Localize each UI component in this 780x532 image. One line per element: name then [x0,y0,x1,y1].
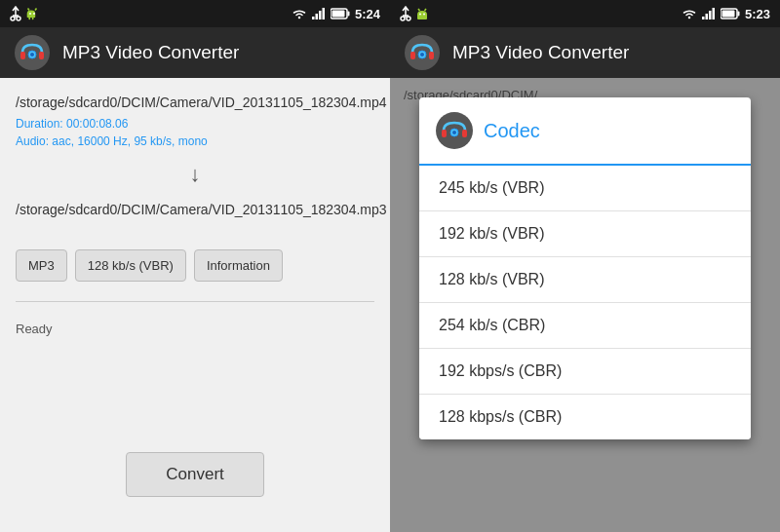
input-audio: Audio: aac, 16000 Hz, 95 kb/s, mono [16,134,387,148]
svg-rect-32 [410,52,415,59]
output-file-path: /storage/sdcard0/DCIM/Camera/VID_2013110… [16,201,387,220]
codec-list: 245 kb/s (VBR) 192 kb/s (VBR) 128 kb/s (… [419,166,751,439]
status-text: Ready [16,322,374,336]
svg-rect-24 [702,17,705,19]
left-status-icons [10,6,39,21]
convert-button[interactable]: Convert [126,452,264,497]
codec-item-4[interactable]: 192 kbps/s (CBR) [419,349,751,395]
svg-rect-14 [20,52,25,59]
codec-item-5[interactable]: 128 kbps/s (CBR) [419,395,751,439]
svg-point-40 [452,131,456,134]
svg-rect-37 [442,130,447,137]
left-status-right: 5:24 [292,7,380,21]
svg-point-17 [30,53,34,57]
information-button[interactable]: Information [194,249,283,282]
right-wifi-icon [682,8,697,19]
battery-icon [331,8,350,19]
action-buttons: MP3 128 kb/s (VBR) Information [16,249,374,282]
codec-item-0[interactable]: 245 kb/s (VBR) [419,166,751,211]
input-file-row: /storage/sdcard0/DCIM/Camera/VID_2013110… [16,94,374,148]
left-time: 5:24 [355,7,380,21]
signal-icon [312,8,326,19]
svg-point-1 [17,17,20,20]
svg-point-19 [407,17,410,20]
left-content: /storage/sdcard0/DCIM/Camera/VID_2013110… [0,78,390,532]
input-file-path: /storage/sdcard0/DCIM/Camera/VID_2013110… [16,94,387,113]
codec-dialog-overlay: Codec 245 kb/s (VBR) 192 kb/s (VBR) 128 … [390,78,780,532]
input-duration: Duration: 00:00:08.06 [16,117,387,131]
svg-point-2 [29,13,31,15]
svg-point-21 [423,14,425,16]
svg-rect-33 [429,52,434,59]
svg-rect-12 [332,11,344,18]
svg-point-3 [33,13,35,15]
svg-rect-26 [709,11,712,19]
svg-point-18 [401,17,405,20]
left-app-title: MP3 Video Converter [62,42,239,63]
codec-item-2[interactable]: 128 kb/s (VBR) [419,257,751,303]
dialog-header: Codec [419,97,751,166]
dialog-app-icon [435,111,474,150]
codec-item-1[interactable]: 192 kb/s (VBR) [419,211,751,257]
right-content: /storage/sdcard0/DCIM/ Codec 245 kb [390,78,780,532]
svg-point-0 [11,17,15,20]
right-battery-icon [721,8,740,19]
svg-rect-38 [462,130,467,137]
svg-rect-25 [705,14,708,19]
app-icon-left [14,34,51,71]
app-icon-right [404,34,441,71]
svg-line-22 [418,9,420,11]
bitrate-button[interactable]: 128 kb/s (VBR) [75,249,186,282]
svg-line-23 [425,9,427,11]
svg-rect-9 [322,8,325,19]
right-signal-icon [702,8,716,19]
input-file-info: /storage/sdcard0/DCIM/Camera/VID_2013110… [16,94,387,148]
wifi-icon [292,8,307,19]
usb-icon [10,6,21,21]
left-panel: 5:24 MP3 Video Converter /storage/sdcard… [0,0,390,532]
svg-rect-7 [315,14,318,19]
left-toolbar: MP3 Video Converter [0,27,390,78]
right-time: 5:23 [745,7,770,21]
right-app-title: MP3 Video Converter [452,42,629,63]
android-icon [25,7,39,20]
right-toolbar: MP3 Video Converter [390,27,780,78]
svg-rect-6 [312,17,315,19]
right-usb-icon [400,6,411,21]
right-status-icons [400,6,429,21]
svg-rect-30 [722,11,734,18]
svg-rect-8 [319,11,322,19]
right-status-bar: 5:23 [390,0,780,27]
divider [16,301,374,302]
svg-rect-15 [39,52,44,59]
svg-rect-27 [712,8,715,19]
svg-rect-11 [347,12,349,17]
arrow-down: ↓ [16,162,374,187]
svg-point-20 [419,14,421,16]
svg-rect-29 [737,12,739,17]
right-status-right: 5:23 [682,7,770,21]
mp3-button[interactable]: MP3 [16,249,67,282]
svg-line-5 [35,9,37,11]
output-file-row: /storage/sdcard0/DCIM/Camera/VID_2013110… [16,201,374,234]
left-status-bar: 5:24 [0,0,390,27]
svg-line-4 [28,9,30,11]
right-panel: 5:23 MP3 Video Converter /storage/sdcard… [390,0,780,532]
convert-container: Convert [16,348,374,516]
dialog-title: Codec [484,120,540,142]
codec-dialog: Codec 245 kb/s (VBR) 192 kb/s (VBR) 128 … [419,97,751,439]
codec-item-3[interactable]: 254 kb/s (CBR) [419,303,751,349]
svg-point-35 [420,53,424,57]
right-android-icon [415,7,429,20]
